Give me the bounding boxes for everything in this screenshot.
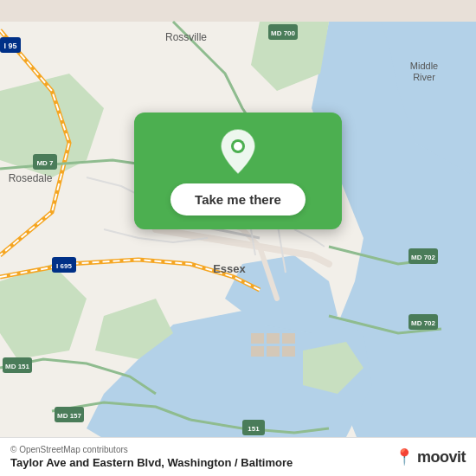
- svg-text:Rossville: Rossville: [165, 31, 207, 43]
- moovit-logo: 📍 moovit: [395, 447, 466, 466]
- bottom-bar: © OpenStreetMap contributors Taylor Ave …: [0, 437, 476, 476]
- location-pin-icon: [218, 128, 258, 175]
- svg-text:MD 157: MD 157: [57, 412, 82, 420]
- bottom-info: © OpenStreetMap contributors Taylor Ave …: [10, 445, 293, 469]
- svg-text:Essex: Essex: [213, 262, 246, 275]
- map-container: I 95 I 695 MD 7 MD 700 MD 702 MD 702 MD …: [0, 0, 476, 476]
- moovit-brand-text: moovit: [417, 448, 466, 466]
- map-attribution: © OpenStreetMap contributors: [10, 445, 293, 454]
- svg-text:MD 151: MD 151: [5, 363, 30, 370]
- svg-rect-6: [282, 346, 295, 357]
- svg-text:MD 702: MD 702: [411, 319, 436, 327]
- moovit-pin-icon: 📍: [395, 447, 414, 466]
- svg-text:MD 702: MD 702: [411, 254, 436, 261]
- svg-text:MD 7: MD 7: [36, 159, 54, 167]
- svg-text:151: 151: [248, 425, 260, 433]
- svg-rect-5: [267, 346, 280, 357]
- svg-point-31: [234, 142, 242, 151]
- svg-text:I 95: I 95: [3, 42, 16, 50]
- svg-text:River: River: [413, 72, 435, 82]
- take-me-there-button[interactable]: Take me there: [170, 183, 306, 215]
- svg-text:I 695: I 695: [56, 262, 72, 270]
- location-card: Take me there: [134, 113, 342, 229]
- svg-text:Rosedale: Rosedale: [9, 172, 53, 184]
- svg-rect-4: [251, 346, 264, 357]
- svg-rect-2: [267, 333, 280, 344]
- svg-text:MD 700: MD 700: [271, 29, 296, 37]
- svg-text:Middle: Middle: [410, 61, 438, 71]
- map-background: I 95 I 695 MD 7 MD 700 MD 702 MD 702 MD …: [0, 0, 476, 476]
- svg-rect-1: [251, 333, 264, 344]
- location-title: Taylor Ave and Eastern Blvd, Washington …: [10, 456, 293, 469]
- svg-rect-3: [282, 333, 295, 344]
- pin-icon-container: [215, 128, 261, 175]
